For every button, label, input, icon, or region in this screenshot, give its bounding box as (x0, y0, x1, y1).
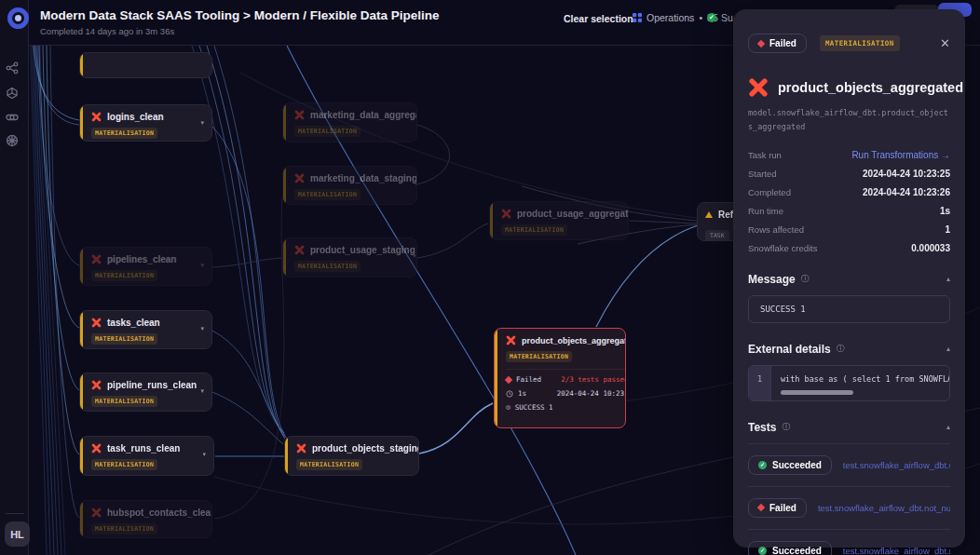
collapse-icon[interactable]: ▴ (946, 275, 950, 283)
node-marketing-data-staging[interactable]: marketing_data_staging ▾ MATERIALISATION (282, 166, 417, 205)
node-hubspot-contacts-clean[interactable]: hubspot_contacts_clean ▾ MATERIALISATION (79, 500, 212, 538)
failed-diamond-icon (505, 375, 512, 383)
node-title: pipeline_runs_clean (107, 380, 197, 390)
materialisation-badge: MATERIALISATION (294, 189, 361, 200)
succeeded-check-icon: ✓ (758, 461, 767, 469)
node-runtime-row: 1s 2024-04-24 10:23:25 (506, 389, 626, 398)
node-marketing-data-aggregated[interactable]: marketing_data_aggregated ▾ MATERIALISAT… (282, 102, 417, 142)
test-link[interactable]: test.snowflake_airflow_dbt.unique_pro (843, 460, 950, 470)
run-details: Task run Run Transformations → Started 2… (748, 150, 950, 253)
dbt-icon (91, 508, 102, 518)
test-status-badge: ✓ Succeeded (748, 455, 832, 475)
operations-grid-icon (633, 13, 642, 22)
node-task-runs-clean[interactable]: task_runs_clean ▾ MATERIALISATION (79, 436, 214, 476)
test-link[interactable]: test.snowflake_airflow_dbt.not_null_pr (843, 546, 950, 555)
test-status-label: Succeeded (772, 460, 822, 470)
operations-counter[interactable]: Operations • 35 (633, 12, 718, 23)
pipelines-icon[interactable] (6, 61, 19, 74)
dbt-icon (91, 318, 102, 328)
dbt-icon (294, 245, 305, 255)
node-title: task_runs_clean (107, 443, 180, 453)
page-title: Modern Data Stack SAAS Tooling > Modern … (40, 8, 439, 22)
materialisation-badge: MATERIALISATION (501, 224, 567, 236)
task-run-link[interactable]: Run Transformations → (851, 150, 950, 160)
node-partial[interactable] (79, 52, 212, 78)
node-status-label: Failed (516, 375, 541, 384)
materialisation-badge: MATERIALISATION (91, 523, 157, 535)
failed-diamond-icon (757, 504, 765, 511)
sidebar-divider (6, 513, 24, 514)
field-label: Rows affected (748, 224, 804, 235)
code-line: with base as ( select 1 from SNOWFLAKE (781, 374, 940, 384)
field-label: Snowflake credits (748, 243, 817, 253)
dbt-icon (748, 77, 769, 98)
tests-heading: Tests (748, 421, 776, 434)
dbt-icon (91, 254, 102, 264)
field-value: 1s (940, 206, 950, 216)
materialisation-badge: MATERIALISATION (294, 126, 361, 137)
dbt-icon (91, 112, 102, 122)
node-message-row: ⚙ SUCCESS 1 (506, 403, 626, 412)
node-title: pipelines_clean (107, 254, 176, 264)
node-pipelines-clean[interactable]: pipelines_clean ▾ MATERIALISATION (79, 247, 212, 286)
type-badge: MATERIALISATION (820, 35, 900, 51)
panel-title: product_objects_aggregated (778, 80, 963, 95)
node-title: marketing_data_staging (310, 173, 417, 183)
field-label: Completed (748, 187, 791, 197)
chevron-down-icon[interactable]: ▾ (415, 181, 417, 188)
close-icon[interactable]: ✕ (940, 36, 950, 50)
field-row: Run time 1s (748, 206, 950, 216)
materialisation-badge: MATERIALISATION (506, 351, 572, 362)
node-logins-clean[interactable]: logins_clean ▾ MATERIALISATION (79, 104, 212, 142)
operations-separator: • (699, 12, 702, 23)
node-timestamp: 2024-04-24 10:23:25 (557, 389, 626, 398)
line-number-gutter: 1 (749, 366, 771, 400)
external-details-heading: External details (748, 343, 831, 356)
avatar[interactable]: HL (5, 521, 30, 547)
node-title: marketing_data_aggregated (310, 110, 417, 120)
test-link[interactable]: test.snowflake_airflow_dbt.not_null_pr (818, 503, 950, 513)
collapse-icon[interactable]: ▴ (946, 423, 950, 431)
app-logo[interactable] (7, 7, 29, 29)
node-product-objects-staging[interactable]: product_objects_staging ▾ MATERIALISATIO… (284, 436, 419, 476)
materialisation-badge: MATERIALISATION (91, 333, 157, 345)
dbt-icon (501, 209, 511, 219)
integrations-icon[interactable] (6, 87, 19, 100)
node-product-objects-aggregated-selected[interactable]: product_objects_aggregated ▴ MATERIALISA… (494, 328, 626, 428)
materialisation-badge: MATERIALISATION (91, 459, 157, 470)
node-pipeline-runs-clean[interactable]: pipeline_runs_clean ▾ MATERIALISATION (79, 372, 212, 412)
info-icon: ⓘ (801, 273, 810, 285)
node-title: product_usage_aggregated (517, 209, 629, 219)
node-product-usage-staging[interactable]: product_usage_staging ▾ MATERIALISATION (282, 237, 417, 278)
node-product-usage-aggregated[interactable]: product_usage_aggregated ▾ MATERIALISATI… (489, 201, 629, 240)
collapse-icon[interactable]: ▴ (946, 345, 950, 353)
test-row: ✓ Succeeded test.snowflake_airflow_dbt.n… (748, 530, 950, 555)
materialisation-badge: MATERIALISATION (296, 459, 362, 470)
chevron-down-icon[interactable]: ▾ (200, 387, 204, 395)
test-status-badge: Failed (748, 498, 807, 518)
task-badge: TASK (705, 230, 729, 241)
chevron-down-icon[interactable]: ▾ (200, 119, 204, 127)
horizontal-scrollbar[interactable] (781, 390, 853, 395)
tests-passed-link[interactable]: 2/3 tests passed ↗ (561, 375, 626, 384)
external-details-section-header: External details ⓘ ▴ (748, 343, 950, 356)
node-runtime-label: 1s (518, 389, 526, 398)
node-tasks-clean[interactable]: tasks_clean ▾ MATERIALISATION (79, 310, 212, 349)
chevron-down-icon[interactable]: ▾ (200, 262, 204, 269)
status-badge-label: Failed (769, 38, 796, 48)
message-heading: Message (748, 273, 796, 286)
chevron-down-icon[interactable]: ▾ (200, 325, 204, 332)
succeeded-counter[interactable]: ✓ Su (707, 12, 733, 23)
field-value: 2024-04-24 10:23:26 (863, 187, 950, 197)
chevron-down-icon[interactable]: ▾ (413, 252, 416, 260)
test-row: ✓ Succeeded test.snowflake_airflow_dbt.u… (748, 444, 950, 487)
info-icon: ⓘ (837, 343, 845, 355)
connections-icon[interactable] (6, 111, 19, 124)
node-title: product_usage_staging (310, 245, 415, 255)
warning-icon (705, 211, 713, 218)
settings-icon[interactable] (6, 134, 19, 147)
field-value: 1 (945, 224, 950, 235)
clear-selection-button[interactable]: Clear selection (564, 13, 633, 24)
field-row: Snowflake credits 0.000033 (748, 243, 950, 253)
chevron-down-icon[interactable]: ▾ (202, 451, 206, 458)
